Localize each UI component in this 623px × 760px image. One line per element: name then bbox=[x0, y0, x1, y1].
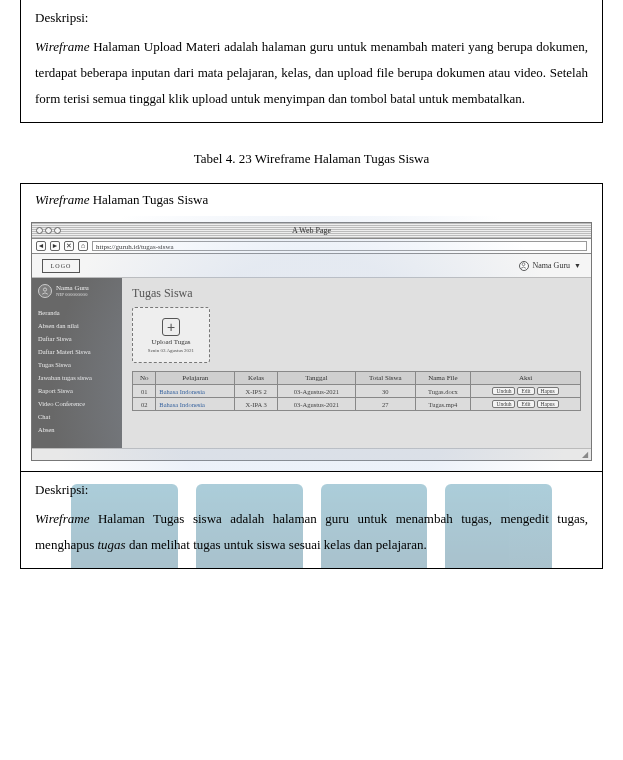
url-field[interactable]: https://guruh.id/tugas-siswa bbox=[92, 241, 587, 251]
sidebar-item-7[interactable]: Video Conference bbox=[38, 397, 116, 410]
table-cell: 03-Agustus-2021 bbox=[277, 398, 355, 411]
sidebar-user-sub: NIP 000000000 bbox=[56, 292, 89, 298]
sidebar-avatar-icon bbox=[38, 284, 52, 298]
italic-wireframe: Wireframe bbox=[35, 39, 89, 54]
window-controls bbox=[36, 227, 61, 234]
sidebar-item-9[interactable]: Absen bbox=[38, 423, 116, 436]
description-label-2: Deskripsi: bbox=[35, 482, 588, 498]
col-header: Kelas bbox=[235, 372, 277, 385]
svg-point-1 bbox=[43, 288, 46, 291]
wireframe-container: A Web Page ◄ ► ✕ ⌂ https://guruh.id/tuga… bbox=[20, 216, 603, 471]
browser-window: A Web Page ◄ ► ✕ ⌂ https://guruh.id/tuga… bbox=[31, 222, 592, 461]
italic-span: tugas bbox=[97, 537, 125, 552]
table-cell: Tugas.docx bbox=[415, 385, 470, 398]
col-header: Total Siswa bbox=[356, 372, 416, 385]
window-max-icon[interactable] bbox=[54, 227, 61, 234]
hapus-button[interactable]: Hapus bbox=[537, 387, 559, 395]
wireframe-title-rest: Halaman Tugas Siswa bbox=[89, 192, 208, 207]
table-cell: Bahasa Indonesia bbox=[156, 398, 235, 411]
avatar-icon bbox=[519, 261, 529, 271]
table-row: 02Bahasa IndonesiaX-IPA 303-Agustus-2021… bbox=[133, 398, 581, 411]
sidebar-user-name: Nama Guru bbox=[56, 284, 89, 292]
aksi-cell: UnduhEditHapus bbox=[471, 385, 581, 398]
table-caption: Tabel 4. 23 Wireframe Halaman Tugas Sisw… bbox=[0, 151, 623, 167]
app-topbar: LOGO Nama Guru ▼ bbox=[32, 254, 591, 278]
url-bar: ◄ ► ✕ ⌂ https://guruh.id/tugas-siswa bbox=[32, 239, 591, 254]
description-box-tugas-siswa: Deskripsi: Wireframe Halaman Tugas siswa… bbox=[20, 471, 603, 569]
plus-icon: + bbox=[162, 318, 180, 336]
edit-button[interactable]: Edit bbox=[517, 387, 534, 395]
nav-home-icon[interactable]: ⌂ bbox=[78, 241, 88, 251]
page-body: LOGO Nama Guru ▼ Nama Gu bbox=[32, 254, 591, 460]
sidebar-item-4[interactable]: Tugas Siswa bbox=[38, 358, 116, 371]
table-cell: Tugas.mp4 bbox=[415, 398, 470, 411]
upload-card-sub: Senin 03 Agustus 2021 bbox=[148, 348, 194, 353]
upload-card-title: Upload Tugas bbox=[151, 338, 190, 346]
sidebar-item-6[interactable]: Raport Siswa bbox=[38, 384, 116, 397]
col-header: Aksi bbox=[471, 372, 581, 385]
description-box-upload-materi: Deskripsi: Wireframe Halaman Upload Mate… bbox=[20, 0, 603, 123]
tugas-table: NoPelajaranKelasTanggalTotal SiswaNama F… bbox=[132, 371, 581, 411]
sidebar-user: Nama Guru NIP 000000000 bbox=[38, 284, 116, 298]
user-name: Nama Guru bbox=[533, 261, 571, 270]
svg-point-0 bbox=[522, 263, 525, 266]
table-cell: 30 bbox=[356, 385, 416, 398]
table-cell: 03-Agustus-2021 bbox=[277, 385, 355, 398]
window-close-icon[interactable] bbox=[36, 227, 43, 234]
description-body: Halaman Upload Materi adalah halaman gur… bbox=[35, 39, 588, 106]
main-area: Nama Guru NIP 000000000 BerandaAbsen dan… bbox=[32, 278, 591, 448]
aksi-cell: UnduhEditHapus bbox=[471, 398, 581, 411]
text-span: dan melihat tugas untuk siswa sesuai kel… bbox=[126, 537, 427, 552]
sidebar-item-5[interactable]: Jawaban tugas siswa bbox=[38, 371, 116, 384]
edit-button[interactable]: Edit bbox=[517, 400, 534, 408]
page-title: Tugas Siswa bbox=[132, 286, 581, 301]
tab-label: A Web Page bbox=[292, 226, 331, 235]
table-cell: 01 bbox=[133, 385, 156, 398]
chevron-down-icon: ▼ bbox=[574, 262, 581, 270]
col-header: Pelajaran bbox=[156, 372, 235, 385]
wireframe-italic: Wireframe bbox=[35, 192, 89, 207]
sidebar-item-0[interactable]: Beranda bbox=[38, 306, 116, 319]
sidebar-item-8[interactable]: Chat bbox=[38, 410, 116, 423]
upload-tugas-card[interactable]: + Upload Tugas Senin 03 Agustus 2021 bbox=[132, 307, 210, 363]
unduh-button[interactable]: Unduh bbox=[492, 400, 515, 408]
col-header: Nama File bbox=[415, 372, 470, 385]
sidebar-item-3[interactable]: Daftar Materi Siswa bbox=[38, 345, 116, 358]
description-text: Wireframe Halaman Upload Materi adalah h… bbox=[35, 34, 588, 112]
user-chip[interactable]: Nama Guru ▼ bbox=[519, 261, 581, 271]
nav-close-icon[interactable]: ✕ bbox=[64, 241, 74, 251]
table-cell: 02 bbox=[133, 398, 156, 411]
wireframe-section-title: Wireframe Halaman Tugas Siswa bbox=[20, 183, 603, 216]
col-header: Tanggal bbox=[277, 372, 355, 385]
nav-fwd-icon[interactable]: ► bbox=[50, 241, 60, 251]
table-cell: X-IPA 3 bbox=[235, 398, 277, 411]
unduh-button[interactable]: Unduh bbox=[492, 387, 515, 395]
sidebar: Nama Guru NIP 000000000 BerandaAbsen dan… bbox=[32, 278, 122, 448]
table-cell: Bahasa Indonesia bbox=[156, 385, 235, 398]
sidebar-item-2[interactable]: Daftar Siswa bbox=[38, 332, 116, 345]
sidebar-item-1[interactable]: Absen dan nilai bbox=[38, 319, 116, 332]
hapus-button[interactable]: Hapus bbox=[537, 400, 559, 408]
resize-grip-icon[interactable]: ◢ bbox=[32, 448, 591, 460]
description-text-2: Wireframe Halaman Tugas siswa adalah hal… bbox=[35, 506, 588, 558]
table-row: 01Bahasa IndonesiaX-IPS 203-Agustus-2021… bbox=[133, 385, 581, 398]
table-cell: X-IPS 2 bbox=[235, 385, 277, 398]
window-titlebar: A Web Page bbox=[32, 223, 591, 239]
window-min-icon[interactable] bbox=[45, 227, 52, 234]
content-area: Tugas Siswa + Upload Tugas Senin 03 Agus… bbox=[122, 278, 591, 448]
logo: LOGO bbox=[42, 259, 80, 273]
nav-back-icon[interactable]: ◄ bbox=[36, 241, 46, 251]
table-cell: 27 bbox=[356, 398, 416, 411]
italic-span: Wireframe bbox=[35, 511, 89, 526]
description-label: Deskripsi: bbox=[35, 10, 588, 26]
col-header: No bbox=[133, 372, 156, 385]
